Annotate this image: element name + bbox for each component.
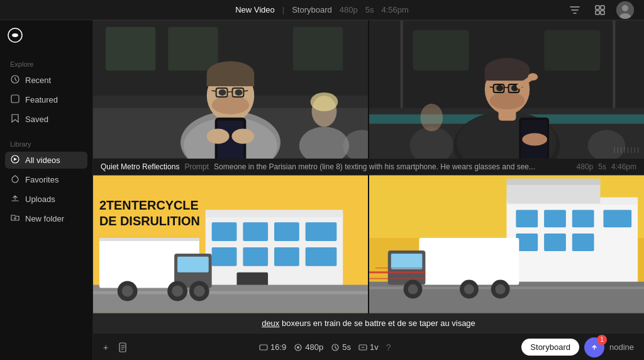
help-button[interactable]: ? xyxy=(386,342,391,352)
video-card-metro-left[interactable] xyxy=(93,20,368,159)
sidebar-item-saved[interactable]: Saved xyxy=(5,111,87,128)
svg-rect-14 xyxy=(106,27,155,71)
svg-point-24 xyxy=(219,89,226,96)
svg-rect-78 xyxy=(274,247,299,266)
grid-icon[interactable] xyxy=(591,1,609,19)
upload-button[interactable]: 1 xyxy=(584,337,604,357)
content-area: |||||||| Quiet Metro Reflections Prompt … xyxy=(93,20,644,360)
svg-rect-43 xyxy=(613,21,615,108)
upload-arrow-icon xyxy=(590,343,599,352)
svg-rect-46 xyxy=(544,30,600,71)
storyboard-button[interactable]: Storyboard xyxy=(521,339,579,356)
sidebar-item-favorites[interactable]: Favorites xyxy=(5,171,87,188)
svg-line-30 xyxy=(243,91,248,91)
svg-rect-101 xyxy=(516,210,538,227)
credits-item[interactable]: 1v xyxy=(358,342,379,352)
svg-rect-22 xyxy=(207,74,254,86)
video-card-metro-right[interactable]: |||||||| xyxy=(369,20,644,159)
quality-icon xyxy=(294,343,303,352)
svg-rect-105 xyxy=(516,233,538,251)
avatar[interactable] xyxy=(616,1,634,19)
prompt-text: Someone in the Parisian metro (line 8) t… xyxy=(214,162,535,171)
svg-rect-99 xyxy=(507,182,601,204)
toolbar-right: Storyboard 1 nodine xyxy=(521,337,634,357)
sidebar-item-label: Favorites xyxy=(25,175,58,184)
svg-rect-72 xyxy=(212,222,237,241)
upload-area: 1 nodine xyxy=(584,337,634,357)
video-card-truck-left[interactable]: 2TENTERCYCLE DE DISRULITION xyxy=(93,175,368,313)
sidebar-item-uploads[interactable]: Uploads xyxy=(5,191,87,208)
sidebar-item-featured[interactable]: Featured xyxy=(5,91,87,108)
doc-button[interactable] xyxy=(118,342,128,352)
topbar-time: 4:56pm xyxy=(381,5,408,14)
svg-rect-56 xyxy=(494,84,504,93)
metro-thumb-left xyxy=(93,20,368,159)
duration-item[interactable]: 5s xyxy=(331,342,351,352)
svg-rect-79 xyxy=(306,247,337,266)
svg-point-117 xyxy=(408,284,418,295)
aspect-ratio-item[interactable]: 16:9 xyxy=(259,342,286,352)
svg-point-125 xyxy=(297,346,299,349)
truck-thumb-left: 2TENTERCYCLE DE DISRULITION xyxy=(93,175,368,313)
duration-value: 5s xyxy=(342,342,351,352)
credits-icon xyxy=(358,343,367,352)
svg-rect-84 xyxy=(99,238,199,241)
topbar-actions xyxy=(566,1,634,19)
notification-badge: 1 xyxy=(597,335,607,345)
svg-rect-74 xyxy=(274,222,299,241)
svg-rect-103 xyxy=(572,210,594,227)
sidebar-item-label: Saved xyxy=(25,115,48,124)
svg-rect-100 xyxy=(507,179,601,185)
sidebar-item-new-folder[interactable]: New folder xyxy=(5,210,87,227)
svg-point-34 xyxy=(231,129,254,144)
svg-point-119 xyxy=(464,284,474,295)
content-wrapper: |||||||| Quiet Metro Reflections Prompt … xyxy=(93,20,644,360)
svg-point-5 xyxy=(622,5,628,11)
svg-rect-76 xyxy=(212,247,237,266)
prompt-label: Prompt xyxy=(184,162,209,171)
svg-rect-102 xyxy=(544,210,566,227)
svg-rect-77 xyxy=(243,247,268,266)
topbar-center: New Video | Storyboard 480p 5s 4:56pm xyxy=(235,5,409,14)
explore-label: Explore xyxy=(5,58,87,69)
sidebar-item-label: All videos xyxy=(25,155,60,165)
remix-name: nodine xyxy=(609,342,634,352)
svg-rect-112 xyxy=(391,254,423,269)
svg-rect-2 xyxy=(596,11,599,14)
subtitle-underline-word: deux xyxy=(262,318,279,328)
sidebar-item-recent[interactable]: Recent xyxy=(5,72,87,89)
topbar-duration: 5s xyxy=(365,5,374,14)
subtitle-text: boxeurs en train de se battre et de se t… xyxy=(279,318,475,328)
svg-rect-86 xyxy=(177,257,209,273)
svg-text:2TENTERCYCLE: 2TENTERCYCLE xyxy=(99,198,199,212)
svg-point-88 xyxy=(122,286,133,297)
allvideos-icon xyxy=(10,155,20,166)
svg-rect-3 xyxy=(601,11,604,14)
add-button[interactable]: + xyxy=(103,342,108,352)
video-card-truck-right[interactable] xyxy=(369,175,644,313)
svg-rect-110 xyxy=(419,238,519,284)
svg-point-25 xyxy=(235,89,242,96)
duration-icon xyxy=(331,343,340,352)
toolbar-center: 16:9 480p 5s xyxy=(259,342,391,352)
topbar-tab-storyboard[interactable]: Storyboard xyxy=(292,5,332,14)
sidebar-item-all-videos[interactable]: All videos xyxy=(5,152,87,169)
help-icon: ? xyxy=(386,342,391,352)
svg-rect-75 xyxy=(306,222,337,241)
sidebar-item-label: New folder xyxy=(25,214,64,223)
sora-logo xyxy=(8,28,25,45)
toolbar-left: + xyxy=(103,342,128,352)
add-icon: + xyxy=(103,342,108,352)
svg-point-53 xyxy=(490,92,525,110)
svg-point-121 xyxy=(496,284,506,295)
featured-icon xyxy=(10,94,20,105)
svg-text:DE DISRULITION: DE DISRULITION xyxy=(99,214,200,228)
video-title: Quiet Metro Reflections xyxy=(101,162,179,171)
quality-item[interactable]: 480p xyxy=(294,342,323,352)
svg-rect-123 xyxy=(260,345,267,350)
sidebar-item-label: Uploads xyxy=(25,194,55,204)
sidebar-item-label: Featured xyxy=(25,95,58,104)
filter-icon[interactable] xyxy=(566,1,584,19)
svg-point-90 xyxy=(172,286,183,297)
sidebar-item-label: Recent xyxy=(25,76,51,85)
